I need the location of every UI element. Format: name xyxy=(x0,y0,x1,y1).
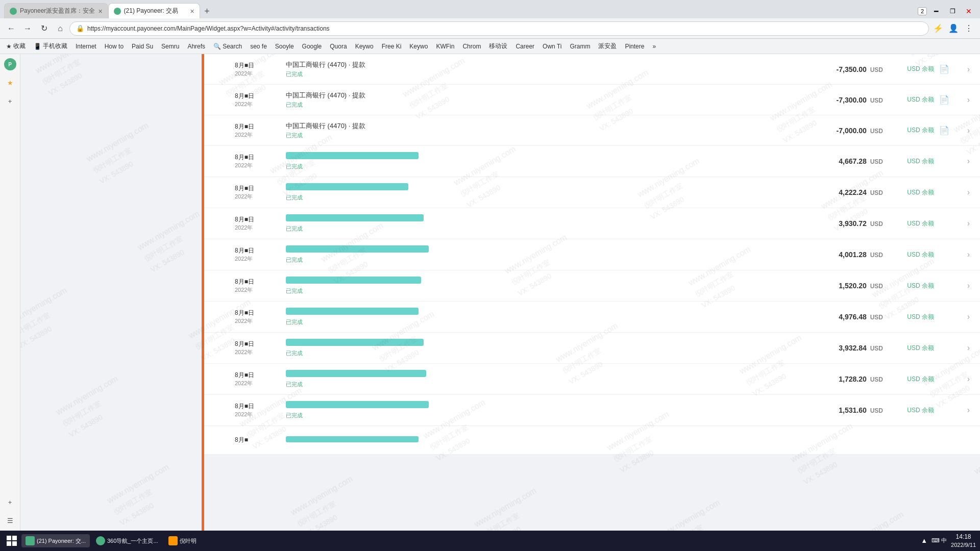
bookmark-favorites[interactable]: ★ 收藏 xyxy=(4,41,28,52)
chevron-col-0[interactable]: › xyxy=(954,65,970,74)
bookmark-sooyle[interactable]: Sooyle xyxy=(273,42,296,51)
document-icon-2: 📄 xyxy=(939,126,949,135)
address-bar[interactable]: 🔒 https://myaccount.payoneer.com/MainPag… xyxy=(69,21,929,36)
bookmark-semru[interactable]: Semru xyxy=(159,42,181,51)
transaction-desc-1: 中国工商银行 (4470) · 提款 已完成 xyxy=(276,91,801,109)
chevron-icon-6[interactable]: › xyxy=(967,250,970,259)
bookmark-google[interactable]: Google xyxy=(300,42,324,51)
transaction-balance-11: USD 余额 xyxy=(883,406,934,415)
tab-close-2[interactable]: × xyxy=(190,7,194,15)
sidebar-icon-star[interactable]: ★ xyxy=(4,77,16,89)
home-button[interactable]: ⌂ xyxy=(53,21,67,36)
date-month-9: 8月■日 xyxy=(235,340,276,348)
sidebar-icon-add-bottom[interactable]: + xyxy=(4,496,16,508)
chevron-col-4[interactable]: › xyxy=(954,188,970,197)
taskbar-item-user[interactable]: 倪叶明 xyxy=(164,534,201,547)
chevron-icon-0[interactable]: › xyxy=(967,65,970,73)
forward-button[interactable]: → xyxy=(20,21,35,36)
chevron-icon-10[interactable]: › xyxy=(967,374,970,383)
tab-close-1[interactable]: × xyxy=(98,7,102,15)
desc-status-2: 已完成 xyxy=(286,132,791,139)
tab-payoneer-transactions[interactable]: (21) Payoneer: 交易 × xyxy=(108,3,200,18)
chevron-icon-2[interactable]: › xyxy=(967,126,970,135)
table-row: 8月■日 2022年 中国工商银行 (4470) · 提款 已完成 -7,300… xyxy=(204,85,980,115)
bookmark-pintere[interactable]: Pintere xyxy=(623,42,646,51)
chevron-col-6[interactable]: › xyxy=(954,250,970,259)
redacted-bar-6 xyxy=(286,245,429,253)
chevron-col-3[interactable]: › xyxy=(954,157,970,166)
chevron-icon-7[interactable]: › xyxy=(967,281,970,290)
bookmark-gramm[interactable]: Gramm xyxy=(568,42,592,51)
bookmark-mobile[interactable]: 📱 手机收藏 xyxy=(32,41,69,52)
table-row: 8月■日 2022年 已完成 4,222.24 USD USD 余额 › xyxy=(204,177,980,208)
bookmark-payoneer[interactable]: 派安盈 xyxy=(596,41,619,52)
chevron-col-7[interactable]: › xyxy=(954,281,970,290)
bookmark-kwfin[interactable]: KWFin xyxy=(434,42,456,51)
bookmark-howto[interactable]: How to xyxy=(103,42,126,51)
redacted-bar-10 xyxy=(286,370,426,377)
profile-button[interactable]: 👤 xyxy=(946,21,961,36)
chevron-icon-8[interactable]: › xyxy=(967,312,970,321)
doc-icon-col-0: 📄 xyxy=(934,64,954,74)
bookmark-mobile2[interactable]: 移动设 xyxy=(487,41,509,52)
bookmark-ahrefs[interactable]: Ahrefs xyxy=(185,42,207,51)
bookmark-ownti[interactable]: Own Ti xyxy=(541,42,564,51)
chevron-col-1[interactable]: › xyxy=(954,95,970,105)
chevron-icon-11[interactable]: › xyxy=(967,406,970,414)
bookmarks-more-icon[interactable]: » xyxy=(652,43,656,50)
bookmark-career[interactable]: Career xyxy=(513,42,536,51)
transaction-amount-10: 1,728.20 USD xyxy=(801,375,883,383)
chevron-col-2[interactable]: › xyxy=(954,126,970,135)
bookmark-keywo1[interactable]: Keywo xyxy=(353,42,376,51)
taskbar-item-payoneer[interactable]: (21) Payoneer: 交... xyxy=(21,534,90,547)
desc-status-5: 已完成 xyxy=(286,225,791,233)
tab-payoneer-safety[interactable]: Payoneer派安盈首席：安全 × xyxy=(4,3,108,18)
chevron-icon-9[interactable]: › xyxy=(967,343,970,352)
chevron-icon-1[interactable]: › xyxy=(967,95,970,104)
sidebar-icon-menu[interactable]: ☰ xyxy=(4,514,16,527)
bookmark-paidsup[interactable]: Paid Su xyxy=(130,42,155,51)
bookmark-seofe[interactable]: seo fe xyxy=(248,42,269,51)
chevron-col-10[interactable]: › xyxy=(954,374,970,384)
svg-rect-5 xyxy=(12,536,17,540)
window-close-button[interactable]: ✕ xyxy=(962,4,976,18)
bookmark-chrom[interactable]: Chrom xyxy=(460,42,483,51)
back-button[interactable]: ← xyxy=(4,21,18,36)
transaction-date-0: 8月■日 2022年 xyxy=(235,61,276,78)
date-text: 2022/9/11 xyxy=(951,541,976,548)
desc-status-4: 已完成 xyxy=(286,194,791,202)
reload-button[interactable]: ↻ xyxy=(37,21,51,36)
more-button[interactable]: ⋮ xyxy=(962,21,976,36)
date-month-11: 8月■日 xyxy=(235,402,276,411)
transaction-date-8: 8月■日 2022年 xyxy=(235,309,276,325)
chevron-col-8[interactable]: › xyxy=(954,312,970,321)
chevron-icon-3[interactable]: › xyxy=(967,157,970,165)
taskbar-item-360[interactable]: 360导航_一个主页... xyxy=(92,534,162,547)
extensions-button[interactable]: ⚡ xyxy=(931,21,945,36)
chevron-icon-5[interactable]: › xyxy=(967,219,970,228)
main-content-area: P ★ + + ☰ www.niyeming.com 倪叶明工作室 VX: 54… xyxy=(0,54,980,531)
sidebar-icon-add[interactable]: + xyxy=(4,95,16,107)
bookmark-keywo2[interactable]: Keywo xyxy=(407,42,430,51)
transaction-desc-0: 中国工商银行 (4470) · 提款 已完成 xyxy=(276,60,801,78)
star-icon: ★ xyxy=(6,43,12,50)
transaction-amount-7: 1,520.20 USD xyxy=(801,282,883,290)
chevron-col-5[interactable]: › xyxy=(954,219,970,228)
window-restore-button[interactable]: ❒ xyxy=(945,4,960,18)
nav-bar: ← → ↻ ⌂ 🔒 https://myaccount.payoneer.com… xyxy=(0,18,980,39)
sidebar-icon-payoneer[interactable]: P xyxy=(4,58,16,70)
date-month-8: 8月■日 xyxy=(235,309,276,317)
chevron-icon-4[interactable]: › xyxy=(967,188,970,196)
chevron-col-9[interactable]: › xyxy=(954,343,970,353)
bookmark-search[interactable]: 🔍 Search xyxy=(211,42,244,51)
bookmark-freeki[interactable]: Free Ki xyxy=(380,42,404,51)
chevron-col-11[interactable]: › xyxy=(954,406,970,415)
page-content: www.niyeming.com 倪叶明工作室 VX: 543890 8月■日 xyxy=(20,54,980,531)
bookmark-quora[interactable]: Quora xyxy=(328,42,349,51)
date-year-10: 2022年 xyxy=(235,380,276,387)
bookmark-internet[interactable]: Internet xyxy=(74,42,99,51)
window-minimize-button[interactable]: ━ xyxy=(929,4,943,18)
windows-start-button[interactable] xyxy=(4,533,19,548)
date-year-11: 2022年 xyxy=(235,411,276,418)
new-tab-button[interactable]: + xyxy=(200,4,214,18)
